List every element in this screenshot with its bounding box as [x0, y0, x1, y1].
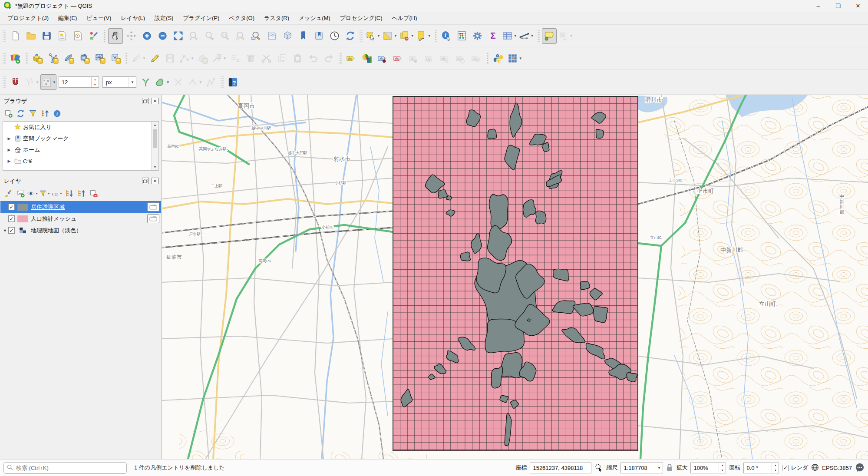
- new-spatial-bookmark[interactable]: [296, 28, 310, 44]
- open-project[interactable]: [23, 28, 38, 44]
- dropdown-arrow-icon[interactable]: ▼: [514, 34, 517, 38]
- toolbar-handle[interactable]: [360, 30, 363, 42]
- lock-scale-icon[interactable]: [666, 463, 673, 473]
- manage-map-themes[interactable]: ▼: [27, 188, 38, 199]
- dropdown-arrow-icon[interactable]: ▼: [53, 80, 56, 84]
- zoom-out[interactable]: [155, 28, 170, 44]
- new-print-layout[interactable]: [55, 28, 69, 44]
- dropdown-arrow-icon[interactable]: ▼: [142, 56, 146, 60]
- layer-labeling[interactable]: abc: [344, 51, 359, 66]
- menu-item[interactable]: ヘルプ(H): [387, 13, 422, 24]
- maximize-button[interactable]: ❑: [828, 0, 848, 12]
- menu-item[interactable]: ビュー(V): [82, 13, 116, 24]
- avoid-overlap[interactable]: ▼: [154, 74, 170, 90]
- menu-item[interactable]: 設定(S): [150, 13, 178, 24]
- toggle-editing[interactable]: [147, 51, 162, 66]
- crs-value[interactable]: EPSG:3857: [822, 465, 852, 471]
- new-geopackage-layer[interactable]: *: [30, 51, 45, 66]
- highlight-pinned-labels[interactable]: abc: [391, 51, 406, 66]
- browser-close-button[interactable]: ✕: [152, 98, 158, 104]
- zoom-full[interactable]: [171, 28, 185, 44]
- layer-visibility-checkbox[interactable]: ✓: [8, 204, 15, 210]
- filter-by-expression[interactable]: ε▼: [51, 188, 63, 199]
- open-layer-styling[interactable]: [3, 188, 14, 199]
- identify-features[interactable]: i: [439, 28, 454, 44]
- new-gpx-layer[interactable]: *: [61, 51, 76, 66]
- help[interactable]: ?: [226, 74, 241, 90]
- filter-browser[interactable]: [27, 108, 38, 119]
- spin-down-icon[interactable]: ▼: [772, 468, 779, 473]
- browser-item[interactable]: ▶ ホーム: [3, 144, 158, 155]
- topological-editing[interactable]: [139, 74, 153, 90]
- enable-snapping[interactable]: [8, 74, 23, 90]
- crs-globe-icon[interactable]: [811, 463, 819, 473]
- dropdown-arrow-icon[interactable]: ▼: [223, 56, 227, 60]
- zoom-to-layer[interactable]: [249, 28, 264, 44]
- toolbar-handle[interactable]: [103, 30, 106, 42]
- dropdown-arrow-icon[interactable]: ▼: [519, 56, 522, 60]
- snapping-tolerance-input[interactable]: [59, 79, 91, 86]
- statistical-summary[interactable]: [455, 28, 469, 44]
- scale-combo[interactable]: ▼: [620, 463, 663, 473]
- new-mesh-layer[interactable]: *: [92, 51, 107, 66]
- menu-item[interactable]: プロジェクト(J): [3, 13, 53, 24]
- dropdown-arrow-icon[interactable]: ▼: [59, 192, 63, 195]
- browser-item[interactable]: ▶ 空間ブックマーク: [3, 133, 158, 144]
- expander-icon[interactable]: ▶: [6, 136, 13, 141]
- new-virtual-layer[interactable]: *: [108, 51, 123, 66]
- spin-up-icon[interactable]: ▲: [719, 463, 726, 468]
- spin-up-icon[interactable]: ▲: [92, 77, 99, 82]
- pan-to-selection[interactable]: [124, 28, 139, 44]
- layer-badge[interactable]: [147, 214, 159, 223]
- layer-row[interactable]: ✓居住誘導区域: [0, 201, 161, 213]
- toolbar-handle[interactable]: [434, 30, 437, 42]
- layer-visibility-checkbox[interactable]: ✓: [8, 227, 15, 234]
- add-selected-layers[interactable]: [3, 108, 14, 119]
- locator-search[interactable]: [3, 462, 127, 474]
- browser-item[interactable]: お気に入り: [3, 122, 158, 133]
- layer-name[interactable]: 居住誘導区域: [31, 203, 65, 211]
- menu-item[interactable]: プロセシング(C): [335, 13, 387, 24]
- remove-layer[interactable]: [88, 188, 99, 199]
- toolbar-handle[interactable]: [486, 53, 489, 64]
- style-manager[interactable]: [86, 28, 101, 44]
- layer-diagram[interactable]: [360, 51, 374, 66]
- toolbar-handle[interactable]: [3, 30, 6, 42]
- menu-item[interactable]: メッシュ(M): [294, 13, 335, 24]
- zoom-in[interactable]: [139, 28, 154, 44]
- new-3d-map-view[interactable]: [280, 28, 295, 44]
- rotation-value[interactable]: [744, 465, 772, 471]
- layer-row[interactable]: ✓人口推計メッシュ: [0, 213, 161, 225]
- browser-item[interactable]: ▶ C:¥: [3, 155, 158, 167]
- spin-down-icon[interactable]: ▼: [719, 468, 726, 473]
- coordinate-input[interactable]: [530, 465, 591, 471]
- snapping-tolerance-spinbox[interactable]: ▲▼: [59, 76, 99, 88]
- spin-up-icon[interactable]: ▲: [772, 463, 779, 468]
- refresh-browser[interactable]: [15, 108, 26, 119]
- collapse-browser-tree[interactable]: [39, 108, 50, 119]
- layer-badge[interactable]: [147, 202, 159, 212]
- new-project[interactable]: [8, 28, 23, 44]
- snapping-mode[interactable]: ▼: [40, 74, 56, 90]
- deselect-features[interactable]: ▼: [382, 28, 398, 44]
- chevron-down-icon[interactable]: ▼: [655, 463, 663, 473]
- expander-icon[interactable]: ▶: [6, 148, 13, 152]
- minimize-button[interactable]: –: [808, 0, 828, 12]
- add-group[interactable]: [15, 188, 26, 199]
- menu-item[interactable]: ベクタ(O): [224, 13, 259, 24]
- layer-name[interactable]: 地理院地図（淡色）: [31, 227, 82, 235]
- menu-item[interactable]: プラグイン(P): [178, 13, 224, 24]
- dropdown-arrow-icon[interactable]: ▼: [166, 80, 170, 84]
- spin-down-icon[interactable]: ▼: [92, 82, 99, 87]
- browser-float-button[interactable]: [142, 98, 149, 104]
- expand-all[interactable]: [63, 188, 75, 199]
- scale-value[interactable]: [621, 465, 655, 471]
- new-temporary-scratch-layer[interactable]: *: [77, 51, 92, 66]
- dropdown-arrow-icon[interactable]: ▼: [47, 192, 50, 195]
- toolbar-handle[interactable]: [339, 53, 342, 64]
- save-project[interactable]: [39, 28, 54, 44]
- measure-line[interactable]: ▼: [518, 28, 535, 44]
- menu-item[interactable]: 編集(E): [53, 13, 82, 24]
- refresh-map[interactable]: [343, 28, 357, 44]
- deselect-all-layers[interactable]: ▼: [399, 28, 415, 44]
